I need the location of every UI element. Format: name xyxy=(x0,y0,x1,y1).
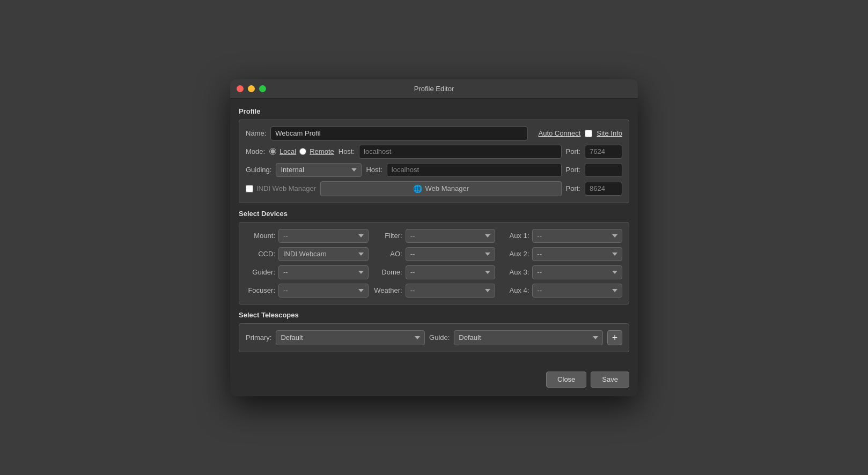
web-manager-port-input[interactable] xyxy=(585,182,622,196)
ccd-label: CCD: xyxy=(246,250,275,258)
aux2-row: Aux 2: -- xyxy=(499,247,622,261)
guider-label: Guider: xyxy=(246,268,275,276)
mode-remote-label: Remote xyxy=(310,147,334,155)
devices-section-box: Mount: -- Filter: -- Aux 1: -- xyxy=(239,222,629,305)
mount-label: Mount: xyxy=(246,232,275,240)
dome-label: Dome: xyxy=(373,268,402,276)
maximize-window-btn[interactable] xyxy=(259,85,266,92)
indi-web-manager-row: INDI Web Manager 🌐 Web Manager Port: xyxy=(246,181,622,196)
ao-label: AO: xyxy=(373,250,402,258)
save-button[interactable]: Save xyxy=(591,372,629,388)
focuser-row: Focuser: -- xyxy=(246,284,369,298)
guiding-host-input[interactable] xyxy=(387,163,562,177)
aux3-row: Aux 3: -- xyxy=(499,265,622,279)
add-icon: + xyxy=(612,333,618,343)
profile-section-title: Profile xyxy=(239,107,629,115)
close-window-btn[interactable] xyxy=(237,85,244,92)
weather-row: Weather: -- xyxy=(373,284,496,298)
telescopes-section-title: Select Telescopes xyxy=(239,311,629,319)
aux2-label: Aux 2: xyxy=(499,250,529,258)
auto-connect-checkbox[interactable] xyxy=(585,130,592,137)
minimize-window-btn[interactable] xyxy=(248,85,255,92)
aux3-select[interactable]: -- xyxy=(532,265,622,279)
mode-label: Mode: xyxy=(246,147,265,155)
guider-row: Guider: -- xyxy=(246,265,369,279)
filter-select[interactable]: -- xyxy=(406,229,496,243)
host-input[interactable] xyxy=(359,145,561,159)
profile-editor-window: Profile Editor Profile Name: Auto Connec… xyxy=(230,79,638,396)
web-manager-port-label: Port: xyxy=(566,184,580,192)
aux4-label: Aux 4: xyxy=(499,286,529,294)
aux4-select[interactable]: -- xyxy=(532,284,622,298)
mode-local-radio[interactable] xyxy=(269,148,276,155)
indi-web-manager-checkbox[interactable] xyxy=(246,185,253,192)
guiding-row: Guiding: Internal Host: Port: xyxy=(246,163,622,177)
add-telescope-button[interactable]: + xyxy=(607,330,622,345)
dome-select[interactable]: -- xyxy=(406,265,496,279)
filter-label: Filter: xyxy=(373,232,402,240)
mount-select[interactable]: -- xyxy=(278,229,369,243)
name-input[interactable] xyxy=(270,127,527,140)
telescope-row: Primary: Default Guide: Default + xyxy=(246,330,622,345)
guiding-host-label: Host: xyxy=(366,166,382,174)
aux2-select[interactable]: -- xyxy=(532,247,622,261)
guide-label: Guide: xyxy=(429,333,450,342)
web-manager-btn-label: Web Manager xyxy=(425,184,469,192)
ao-select[interactable]: -- xyxy=(406,247,496,261)
port-label: Port: xyxy=(566,147,580,155)
ccd-row: CCD: INDI Webcam xyxy=(246,247,369,261)
profile-name-row: Name: Auto Connect Site Info xyxy=(246,127,622,140)
ao-row: AO: -- xyxy=(373,247,496,261)
ccd-select[interactable]: INDI Webcam xyxy=(278,247,369,261)
guide-telescope-select[interactable]: Default xyxy=(454,330,603,345)
guiding-label: Guiding: xyxy=(246,166,271,174)
weather-label: Weather: xyxy=(373,286,402,294)
auto-connect-label: Auto Connect xyxy=(539,129,581,137)
focuser-select[interactable]: -- xyxy=(278,284,369,298)
mode-row: Mode: Local Remote Host: Port: xyxy=(246,145,622,159)
site-info-label: Site Info xyxy=(597,129,622,137)
dome-row: Dome: -- xyxy=(373,265,496,279)
globe-icon: 🌐 xyxy=(413,184,422,193)
aux1-select[interactable]: -- xyxy=(532,229,622,243)
guiding-port-input[interactable] xyxy=(585,163,622,177)
window-title: Profile Editor xyxy=(414,85,454,93)
focuser-label: Focuser: xyxy=(246,286,275,294)
aux1-row: Aux 1: -- xyxy=(499,229,622,243)
name-label: Name: xyxy=(246,129,266,137)
auto-connect-group: Auto Connect Site Info xyxy=(539,129,622,137)
guiding-select[interactable]: Internal xyxy=(276,163,362,177)
host-label: Host: xyxy=(339,147,355,155)
telescopes-section-box: Primary: Default Guide: Default + xyxy=(239,323,629,352)
aux4-row: Aux 4: -- xyxy=(499,284,622,298)
main-content: Profile Name: Auto Connect Site Info Mod… xyxy=(230,99,638,367)
weather-select[interactable]: -- xyxy=(406,284,496,298)
devices-section-title: Select Devices xyxy=(239,210,629,218)
primary-label: Primary: xyxy=(246,333,271,342)
guiding-port-label: Port: xyxy=(566,166,580,174)
filter-row: Filter: -- xyxy=(373,229,496,243)
primary-telescope-select[interactable]: Default xyxy=(276,330,425,345)
port-input[interactable] xyxy=(585,145,622,159)
indi-web-manager-label: INDI Web Manager xyxy=(256,184,316,192)
close-button[interactable]: Close xyxy=(546,372,586,388)
mode-local-label: Local xyxy=(279,147,296,155)
web-manager-button[interactable]: 🌐 Web Manager xyxy=(320,181,562,196)
aux3-label: Aux 3: xyxy=(499,268,529,276)
profile-section-box: Name: Auto Connect Site Info Mode: Local… xyxy=(239,120,629,203)
mount-row: Mount: -- xyxy=(246,229,369,243)
guider-select[interactable]: -- xyxy=(278,265,369,279)
indi-checkbox-group: INDI Web Manager xyxy=(246,184,316,192)
mode-remote-radio[interactable] xyxy=(299,148,306,155)
footer-bar: Close Save xyxy=(230,367,638,396)
aux1-label: Aux 1: xyxy=(499,232,529,240)
window-controls xyxy=(237,85,266,92)
devices-grid: Mount: -- Filter: -- Aux 1: -- xyxy=(246,229,622,298)
mode-radio-group: Local Remote xyxy=(269,147,334,155)
titlebar: Profile Editor xyxy=(230,79,638,99)
